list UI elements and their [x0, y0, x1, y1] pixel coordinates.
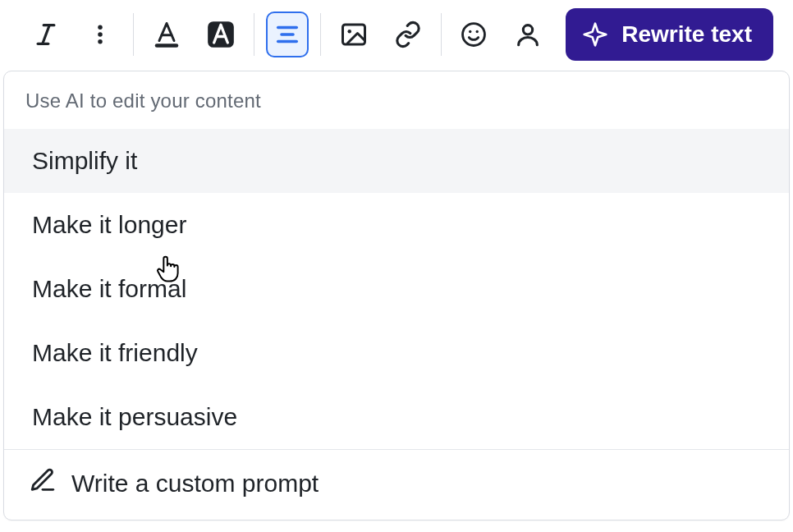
svg-point-15: [463, 24, 485, 46]
svg-point-5: [98, 39, 103, 44]
insert-emoji-button[interactable]: [452, 11, 495, 57]
toolbar-divider: [254, 13, 254, 56]
toolbar-divider: [133, 13, 134, 56]
insert-mention-button[interactable]: [507, 11, 549, 57]
option-make-persuasive[interactable]: Make it persuasive: [4, 385, 789, 449]
highlight-icon: [204, 18, 237, 51]
text-color-icon: [152, 20, 181, 49]
option-simplify[interactable]: Simplify it: [4, 129, 789, 193]
option-label: Make it friendly: [32, 339, 198, 366]
option-label: Make it persuasive: [32, 403, 237, 430]
smiley-icon: [460, 21, 488, 48]
ai-rewrite-dropdown: Use AI to edit your content Simplify it …: [3, 71, 790, 521]
insert-image-button[interactable]: [332, 11, 375, 57]
pencil-icon: [29, 466, 57, 500]
toolbar-divider: [320, 13, 321, 56]
highlight-button[interactable]: [199, 11, 242, 57]
rewrite-text-button[interactable]: Rewrite text: [566, 8, 773, 61]
align-button[interactable]: [266, 11, 309, 57]
svg-point-18: [524, 25, 533, 34]
option-label: Make it formal: [32, 275, 186, 302]
link-icon: [394, 21, 422, 48]
option-make-friendly[interactable]: Make it friendly: [4, 321, 789, 385]
insert-link-button[interactable]: [387, 11, 429, 57]
dropdown-stage: Use AI to edit your content Simplify it …: [0, 71, 793, 521]
option-make-longer[interactable]: Make it longer: [4, 193, 789, 257]
image-icon: [339, 20, 369, 49]
svg-line-2: [43, 25, 50, 44]
svg-point-16: [469, 30, 471, 33]
dropdown-header: Use AI to edit your content: [4, 71, 789, 129]
person-icon: [514, 21, 542, 48]
svg-rect-13: [342, 25, 364, 44]
svg-point-17: [476, 30, 479, 33]
align-center-icon: [273, 21, 301, 48]
option-make-formal[interactable]: Make it formal: [4, 257, 789, 321]
kebab-icon: [88, 22, 112, 47]
rewrite-text-label: Rewrite text: [621, 21, 752, 48]
svg-point-4: [98, 32, 103, 37]
option-label: Make it longer: [32, 211, 186, 238]
italic-button[interactable]: [25, 11, 67, 57]
sparkle-icon: [582, 21, 608, 48]
more-options-button[interactable]: [79, 11, 121, 57]
toolbar-divider: [441, 13, 442, 56]
custom-prompt-option[interactable]: Write a custom prompt: [4, 449, 789, 520]
svg-point-14: [347, 30, 351, 34]
toolbar: Rewrite text: [0, 0, 793, 71]
dropdown-list: Simplify it Make it longer Make it forma…: [4, 129, 789, 449]
svg-point-3: [98, 25, 103, 30]
italic-icon: [32, 21, 60, 48]
text-color-button[interactable]: [145, 11, 188, 57]
custom-prompt-label: Write a custom prompt: [71, 470, 319, 498]
option-label: Simplify it: [32, 147, 137, 174]
